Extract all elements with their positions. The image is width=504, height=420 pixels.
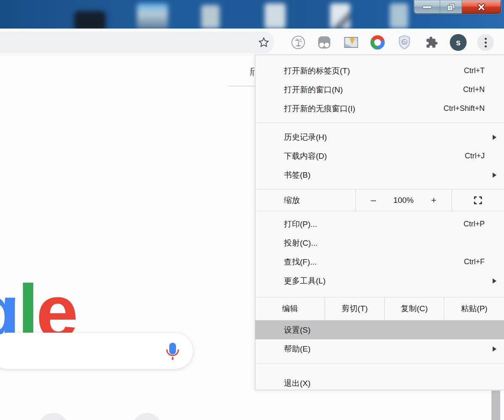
obscured-page-text: 新	[250, 66, 255, 77]
menu-item-new-tab[interactable]: 打开新的标签页(T) Ctrl+T	[255, 61, 504, 80]
extensions-menu-button[interactable]	[425, 36, 438, 49]
menu-item-label: 下载内容(D)	[284, 151, 327, 162]
menu-item-label: 设置(S)	[284, 325, 310, 336]
star-icon	[258, 37, 270, 48]
menu-item-shortcut: Ctrl+P	[463, 220, 485, 228]
shortcut-bubble[interactable]	[132, 413, 162, 420]
shortcut-bubble[interactable]	[39, 413, 68, 420]
zoom-in-button[interactable]: +	[431, 195, 436, 206]
restore-button[interactable]	[440, 0, 462, 13]
menu-item-label: 投射(C)...	[284, 238, 318, 249]
close-icon	[477, 3, 486, 12]
menu-item-cast[interactable]: 投射(C)...	[255, 234, 504, 252]
desktop-blur-blob	[74, 11, 106, 29]
submenu-arrow-icon	[493, 278, 496, 284]
copy-button[interactable]: 复制(C)	[384, 297, 444, 320]
restore-icon	[448, 4, 454, 10]
profile-avatar[interactable]: s	[450, 34, 467, 51]
menu-spacer	[255, 369, 504, 374]
menu-item-history[interactable]: 历史记录(H)	[255, 128, 504, 147]
menu-item-shortcut: Ctrl+Shift+N	[444, 104, 485, 113]
extension-button-shield[interactable]	[397, 35, 412, 50]
browser-window: s gle 新 打开新的标签页(T) Ctrl+T 打开新的窗口(N) Ctr	[0, 0, 504, 420]
cut-button[interactable]: 剪切(T)	[325, 297, 384, 320]
menu-item-label: 帮助(E)	[284, 344, 310, 354]
menu-edit-row: 编辑 剪切(T) 复制(C) 粘贴(P)	[255, 297, 504, 320]
menu-item-shortcut: Ctrl+N	[463, 85, 485, 94]
page-scrollbar[interactable]	[491, 391, 500, 420]
desktop-blur-blob	[330, 3, 350, 29]
menu-item-label: 打开新的无痕窗口(I)	[284, 103, 355, 114]
extension-button-palm[interactable]	[291, 35, 306, 50]
paste-button[interactable]: 粘贴(P)	[444, 297, 504, 320]
menu-item-label: 打开新的标签页(T)	[284, 66, 350, 76]
desktop-blur-blob	[390, 3, 408, 29]
menu-item-exit[interactable]: 退出(X)	[255, 374, 504, 393]
close-button[interactable]	[462, 0, 501, 13]
submenu-arrow-icon	[493, 173, 496, 178]
desktop-blur-blob	[137, 3, 168, 29]
desktop-blur-blob	[201, 5, 220, 29]
menu-item-shortcut: Ctrl+J	[465, 152, 485, 160]
page-divider-line	[228, 86, 255, 87]
menu-item-settings[interactable]: 设置(S)	[255, 320, 504, 339]
menu-item-bookmarks[interactable]: 书签(B)	[255, 165, 504, 184]
submenu-arrow-icon	[493, 346, 496, 352]
microphone-stem	[172, 357, 173, 360]
menu-item-more-tools[interactable]: 更多工具(L)	[255, 271, 504, 290]
menu-item-label: 退出(X)	[284, 378, 310, 389]
browser-dropdown-menu: 打开新的标签页(T) Ctrl+T 打开新的窗口(N) Ctrl+N 打开新的无…	[255, 55, 504, 390]
menu-dot-icon	[485, 42, 487, 44]
puzzle-piece-icon	[425, 36, 438, 49]
menu-dot-icon	[485, 38, 487, 40]
zoom-controls: – 100% +	[355, 189, 452, 211]
minimize-button[interactable]	[414, 0, 440, 13]
photo-icon	[344, 37, 358, 48]
colorful-ring-icon	[370, 35, 385, 50]
fullscreen-icon	[473, 195, 483, 205]
zoom-label: 缩放	[255, 189, 355, 211]
menu-separator	[255, 363, 504, 364]
menu-item-shortcut: Ctrl+F	[464, 257, 485, 266]
address-bar[interactable]	[0, 32, 274, 53]
bookmark-star-button[interactable]	[258, 37, 270, 48]
menu-item-downloads[interactable]: 下载内容(D) Ctrl+J	[255, 147, 504, 165]
menu-item-label: 书签(B)	[284, 170, 310, 181]
microphone-arc	[166, 349, 179, 356]
menu-item-find[interactable]: 查找(F)... Ctrl+F	[255, 252, 504, 271]
window-controls	[414, 0, 501, 14]
menu-item-label: 历史记录(H)	[284, 132, 327, 143]
desktop-blur-blob	[265, 3, 286, 29]
zoom-level-value: 100%	[393, 196, 414, 205]
profile-initial: s	[456, 38, 460, 47]
menu-item-shortcut: Ctrl+T	[464, 66, 485, 75]
menu-item-help[interactable]: 帮助(E)	[255, 339, 504, 358]
menu-item-label: 打开新的窗口(N)	[284, 84, 343, 95]
menu-dot-icon	[485, 45, 487, 47]
extension-button-photo[interactable]	[344, 37, 358, 48]
fullscreen-button[interactable]	[452, 189, 504, 211]
menu-item-label: 更多工具(L)	[284, 276, 326, 286]
zoom-out-button[interactable]: –	[371, 195, 376, 206]
menu-spacer	[255, 211, 504, 215]
menu-item-new-window[interactable]: 打开新的窗口(N) Ctrl+N	[255, 80, 504, 99]
menu-zoom-row: 缩放 – 100% +	[255, 189, 504, 211]
menu-item-new-incognito-window[interactable]: 打开新的无痕窗口(I) Ctrl+Shift+N	[255, 99, 504, 118]
palm-tree-icon	[291, 35, 306, 50]
shield-icon	[397, 35, 412, 50]
menu-item-print[interactable]: 打印(P)... Ctrl+P	[255, 215, 504, 234]
extension-button-dual-circle[interactable]	[318, 37, 331, 49]
minimize-icon	[423, 6, 432, 8]
voice-search-button[interactable]	[166, 342, 179, 362]
menu-separator	[255, 123, 504, 123]
extension-button-colorful-ring[interactable]	[370, 35, 385, 50]
edit-label: 编辑	[255, 297, 325, 320]
dual-circle-icon	[318, 37, 331, 49]
menu-item-label: 查找(F)...	[284, 257, 317, 268]
submenu-arrow-icon	[493, 135, 496, 140]
browser-menu-button[interactable]	[477, 34, 494, 51]
search-box[interactable]	[0, 333, 193, 369]
menu-item-label: 打印(P)...	[284, 219, 317, 230]
